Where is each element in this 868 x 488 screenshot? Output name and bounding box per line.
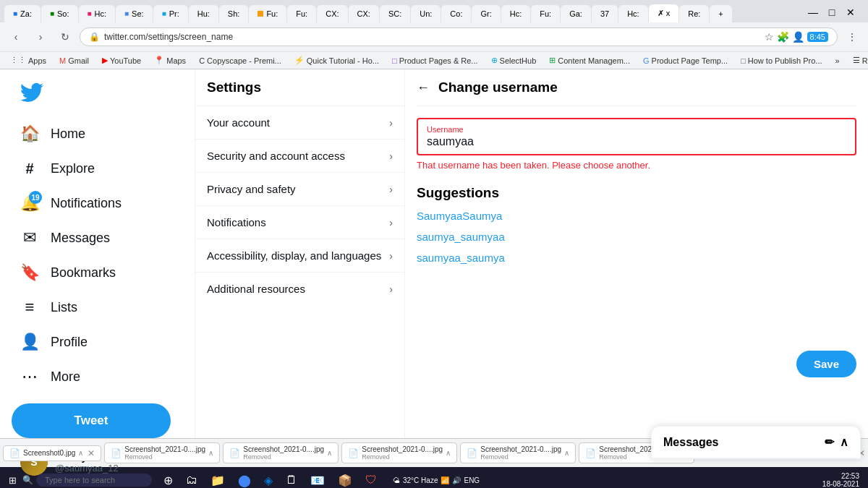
tab-hc1[interactable]: ■ Hc: (79, 5, 116, 22)
tweet-button[interactable]: Tweet (12, 403, 171, 438)
download-expand-3[interactable]: ∧ (446, 449, 451, 457)
extension-icon[interactable]: 🧩 (777, 31, 789, 43)
tab-re[interactable]: Re: (679, 5, 709, 22)
taskbar-item-1[interactable]: ⊕ (158, 471, 179, 489)
save-button[interactable]: Save (796, 351, 856, 377)
settings-item-your-account[interactable]: Your account › (195, 106, 404, 140)
download-expand-2[interactable]: ∧ (327, 449, 332, 457)
sidebar-item-lists[interactable]: ≡ Lists (12, 291, 183, 324)
download-close-2[interactable]: ✕ (336, 448, 339, 458)
download-close-3[interactable]: ✕ (455, 448, 457, 458)
taskbar-item-5[interactable]: 🗒 (280, 471, 303, 488)
download-expand-4[interactable]: ∧ (564, 449, 569, 457)
tab-cx2[interactable]: CX: (349, 5, 379, 22)
taskbar-item-7[interactable]: 📦 (332, 471, 358, 489)
twitter-logo[interactable] (12, 75, 183, 113)
more-bookmarks[interactable]: » (831, 55, 844, 67)
download-item-3[interactable]: 📄 Screenshot_2021-0....jpg Removed ∧ ✕ (341, 442, 457, 463)
download-item-4[interactable]: 📄 Screenshot_2021-0....jpg Removed ∧ ✕ (460, 442, 576, 463)
tab-new[interactable]: + (710, 5, 731, 22)
bookmark-copyscape[interactable]: C Copyscape - Premi... (195, 55, 286, 67)
download-item-0[interactable]: 📄 Screenshot0.jpg ∧ ✕ (3, 445, 101, 461)
taskbar-item-security[interactable]: 🛡 (359, 471, 383, 488)
settings-item-security[interactable]: Security and account access › (195, 140, 404, 173)
sidebar-item-home[interactable]: 🏠 Home (12, 117, 183, 150)
minimize-icon[interactable]: — (806, 5, 820, 20)
tab-un[interactable]: Un: (411, 5, 441, 22)
sidebar-item-explore[interactable]: # Explore (12, 152, 183, 185)
forward-button[interactable]: › (30, 27, 51, 47)
download-close-1[interactable]: ✕ (218, 448, 220, 458)
reading-list[interactable]: ☰ Reading list (848, 54, 868, 67)
tab-hu[interactable]: Hu: (189, 5, 218, 22)
tab-hc2[interactable]: Hc: (501, 5, 531, 22)
tab-fu2[interactable]: Fu: (287, 5, 316, 22)
suggestion-3[interactable]: saumyaa_saumya (417, 252, 856, 264)
download-item-1[interactable]: 📄 Screenshot_2021-0....jpg Removed ∧ ✕ (104, 442, 220, 463)
taskbar-item-browser[interactable]: ⬤ (232, 471, 257, 489)
tab-fu3[interactable]: Fu: (531, 5, 560, 22)
taskbar-time: 22:53 (822, 472, 859, 480)
tab-pr[interactable]: ■ Pr: (153, 5, 188, 22)
sidebar-item-notifications[interactable]: 🔔 19 Notifications (12, 187, 183, 220)
start-button[interactable]: ⊞ (3, 472, 22, 489)
bookmark-content[interactable]: ⊞ Content Managem... (545, 54, 634, 67)
tab-za[interactable]: ■ Za: (4, 5, 41, 22)
settings-item-privacy[interactable]: Privacy and safety › (195, 173, 404, 206)
bookmark-selecthub[interactable]: ⊕ SelectHub (487, 54, 541, 67)
sidebar-item-bookmarks[interactable]: 🔖 Bookmarks (12, 256, 183, 289)
download-close-0[interactable]: ✕ (88, 448, 95, 458)
suggestion-1[interactable]: SaumyaaSaumya (417, 210, 856, 222)
taskbar-item-3[interactable]: 📁 (205, 471, 231, 489)
bookmark-productpage[interactable]: G Product Page Temp... (639, 55, 732, 67)
address-bar[interactable]: 🔒 twitter.com/settings/screen_name ☆ 🧩 👤… (80, 27, 838, 46)
sidebar-item-profile[interactable]: 👤 Profile (12, 325, 183, 359)
taskbar-item-6[interactable]: 📧 (305, 471, 331, 489)
bookmark-product[interactable]: □ Product Pages & Re... (388, 55, 482, 67)
bookmark-youtube[interactable]: ▶ YouTube (98, 54, 145, 67)
star-icon[interactable]: ☆ (765, 31, 774, 43)
settings-item-notifications[interactable]: Notifications › (195, 206, 404, 239)
sidebar-item-more[interactable]: ⋯ More (12, 360, 183, 393)
tab-se[interactable]: ■ Se: (116, 5, 153, 22)
menu-button[interactable]: ⋮ (842, 27, 862, 47)
tab-sh[interactable]: Sh: (219, 5, 249, 22)
tab-sc[interactable]: SC: (380, 5, 410, 22)
tab-x-active[interactable]: ✗ x (649, 4, 679, 22)
username-input[interactable] (427, 135, 846, 148)
tab-fu1[interactable]: Fu: (249, 5, 286, 22)
bookmark-gmail[interactable]: M Gmail (55, 55, 93, 67)
bookmark-quick[interactable]: ⚡ Quick Tutorial - Ho... (290, 54, 383, 67)
taskbar-item-edge[interactable]: ◈ (258, 471, 278, 489)
bookmark-apps[interactable]: ⋮⋮ Apps (6, 54, 51, 67)
tab-37[interactable]: 37 (592, 5, 618, 22)
sidebar-item-messages[interactable]: ✉ Messages (12, 221, 183, 254)
panel-title: Change username (438, 80, 558, 95)
refresh-button[interactable]: ↻ (55, 27, 75, 47)
taskbar-search-input[interactable] (36, 474, 152, 487)
tab-hc3[interactable]: Hc: (618, 5, 648, 22)
tab-ga[interactable]: Ga: (561, 5, 591, 22)
taskbar-item-2[interactable]: 🗂 (180, 471, 203, 488)
maximize-icon[interactable]: □ (825, 5, 839, 20)
download-close-4[interactable]: ✕ (574, 448, 576, 458)
bookmark-maps[interactable]: 📍 Maps (150, 54, 190, 67)
download-expand-0[interactable]: ∧ (78, 449, 83, 457)
settings-item-accessibility[interactable]: Accessibility, display, and languages › (195, 239, 404, 273)
settings-item-additional[interactable]: Additional resources › (195, 273, 404, 305)
download-expand-1[interactable]: ∧ (208, 449, 213, 457)
close-window-icon[interactable]: ✕ (843, 5, 858, 20)
profile-icon[interactable]: 👤 (792, 31, 804, 43)
tab-cx1[interactable]: CX: (317, 5, 347, 22)
tab-co[interactable]: Co: (441, 5, 471, 22)
messages-panel: Messages ✏ ∧ (651, 426, 861, 459)
back-button[interactable]: ‹ (6, 27, 26, 47)
collapse-messages-icon[interactable]: ∧ (840, 435, 848, 449)
new-message-icon[interactable]: ✏ (825, 435, 834, 449)
back-arrow-icon[interactable]: ← (417, 80, 430, 95)
tab-gr[interactable]: Gr: (472, 5, 500, 22)
bookmark-publish[interactable]: □ How to Publish Pro... (736, 55, 826, 67)
download-item-2[interactable]: 📄 Screenshot_2021-0....jpg Removed ∧ ✕ (223, 442, 339, 463)
tab-so[interactable]: ■ So: (41, 5, 78, 22)
suggestion-2[interactable]: saumya_saumyaa (417, 231, 856, 243)
